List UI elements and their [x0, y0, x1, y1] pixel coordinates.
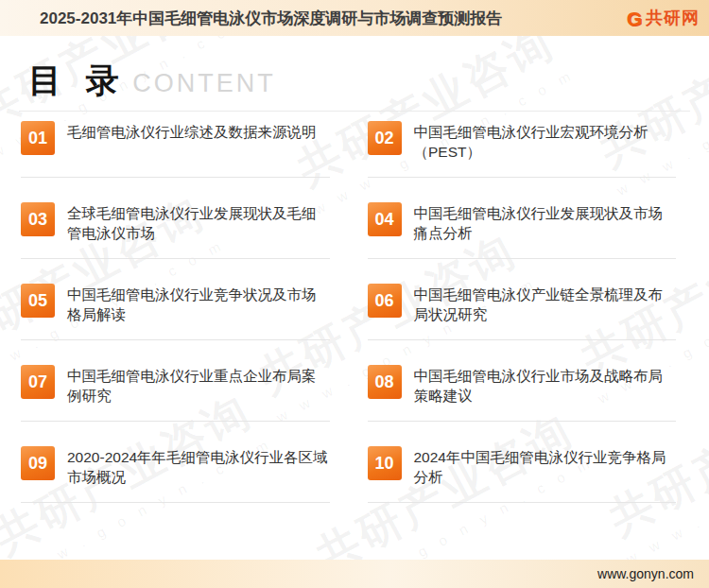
toc-item-number-badge: 04	[368, 202, 402, 236]
toc-heading: 目 录	[28, 59, 127, 103]
toc-item-title: 中国毛细管电泳仪行业发展现状及市场痛点分析	[414, 202, 677, 243]
toc-item-title: 中国毛细管电泳仪行业宏观环境分析（PEST）	[414, 121, 677, 162]
gonyn-logo-text: 共研网	[646, 7, 700, 29]
report-toc-page: 共研产业咨询 w w w . g o n y n . c o m 共研产业咨询 …	[0, 0, 709, 588]
toc-item-06: 06 中国毛细管电泳仪产业链全景梳理及布局状况研究	[368, 284, 677, 340]
toc-grid: 01 毛细管电泳仪行业综述及数据来源说明 02 中国毛细管电泳仪行业宏观环境分析…	[21, 121, 676, 503]
toc-item-03: 03 全球毛细管电泳仪行业发展现状及毛细管电泳仪市场	[21, 202, 330, 259]
toc-item-title: 2024年中国毛细管电泳仪行业竞争格局分析	[414, 446, 677, 487]
toc-content: 目 录 CONTENT 01 毛细管电泳仪行业综述及数据来源说明 02 中国毛细…	[0, 36, 709, 503]
toc-item-number-badge: 06	[368, 284, 402, 318]
toc-item-title: 中国毛细管电泳仪产业链全景梳理及布局状况研究	[414, 284, 677, 324]
toc-item-number-badge: 05	[21, 284, 55, 318]
toc-item-07: 07 中国毛细管电泳仪行业重点企业布局案例研究	[21, 365, 330, 422]
header-bar: 2025-2031年中国毛细管电泳仪市场深度调研与市场调查预测报告 G 共研网	[0, 0, 709, 36]
toc-item-number-badge: 03	[21, 202, 55, 236]
toc-item-number-badge: 08	[368, 365, 402, 399]
toc-item-title: 毛细管电泳仪行业综述及数据来源说明	[67, 121, 317, 142]
toc-item-08: 08 中国毛细管电泳仪行业市场及战略布局策略建议	[368, 365, 677, 422]
toc-item-number-badge: 09	[21, 446, 55, 480]
toc-item-title: 全球毛细管电泳仪行业发展现状及毛细管电泳仪市场	[67, 202, 330, 243]
footer-url: www.gonyn.com	[597, 566, 694, 581]
toc-item-title: 中国毛细管电泳仪行业市场及战略布局策略建议	[414, 365, 677, 406]
toc-item-number-badge: 01	[21, 121, 55, 155]
toc-item-title: 2020-2024年年毛细管电泳仪行业各区域市场概况	[67, 446, 330, 487]
toc-item-title: 中国毛细管电泳仪行业重点企业布局案例研究	[67, 365, 330, 406]
toc-item-02: 02 中国毛细管电泳仪行业宏观环境分析（PEST）	[368, 121, 677, 178]
heading-divider	[19, 111, 690, 112]
toc-heading-wrap: 目 录 CONTENT	[0, 36, 709, 103]
footer-bar: www.gonyn.com	[0, 560, 709, 588]
toc-heading-english: CONTENT	[132, 69, 276, 98]
toc-item-04: 04 中国毛细管电泳仪行业发展现状及市场痛点分析	[368, 202, 677, 259]
gonyn-logo: G 共研网	[627, 7, 700, 29]
toc-item-number-badge: 02	[368, 121, 402, 155]
toc-item-10: 10 2024年中国毛细管电泳仪行业竞争格局分析	[368, 446, 677, 503]
report-title: 2025-2031年中国毛细管电泳仪市场深度调研与市场调查预测报告	[0, 8, 502, 29]
toc-item-09: 09 2020-2024年年毛细管电泳仪行业各区域市场概况	[21, 446, 330, 503]
toc-item-title: 中国毛细管电泳仪行业竞争状况及市场格局解读	[67, 284, 330, 324]
toc-item-05: 05 中国毛细管电泳仪行业竞争状况及市场格局解读	[21, 284, 330, 340]
toc-item-01: 01 毛细管电泳仪行业综述及数据来源说明	[21, 121, 330, 178]
gonyn-logo-icon: G	[627, 9, 642, 28]
toc-item-number-badge: 10	[368, 446, 402, 480]
toc-item-number-badge: 07	[21, 365, 55, 399]
